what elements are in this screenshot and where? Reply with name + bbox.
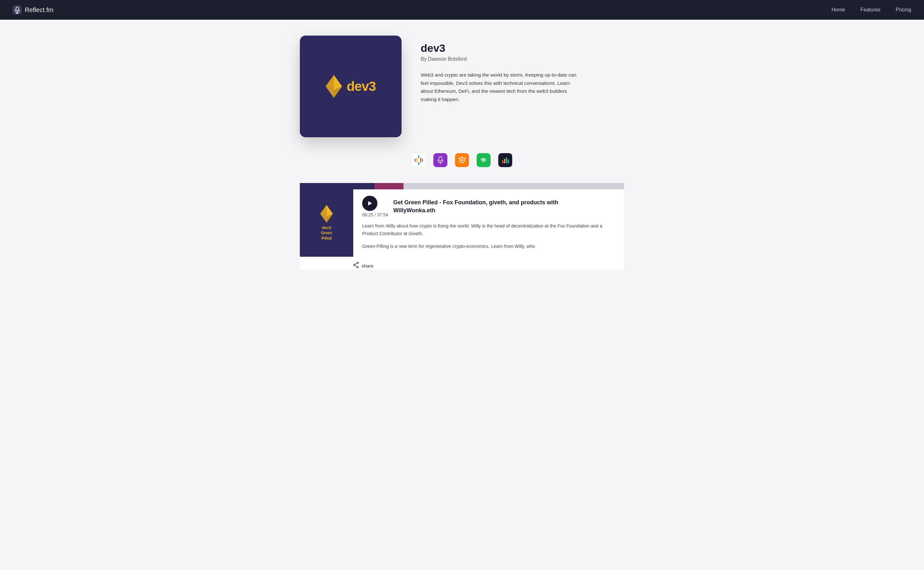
svg-point-15 xyxy=(439,157,442,161)
share-label[interactable]: share xyxy=(362,263,374,268)
podcast-info: dev3 By Dawson Botsford Web3 and crypto … xyxy=(421,35,580,103)
main-content: dev3 dev3 By Dawson Botsford Web3 and cr… xyxy=(287,20,637,270)
svg-point-18 xyxy=(461,159,463,161)
episode-brand: dev3 xyxy=(322,225,331,230)
nav-item-pricing[interactable]: Pricing xyxy=(896,7,911,13)
episode-content: 06:25 / 37:54 Get Green Pilled - Fox Fou… xyxy=(353,189,624,257)
progress-dark xyxy=(300,183,375,189)
episode-desc-1: Learn from Willy about how crypto is fix… xyxy=(362,222,615,238)
platform-icons xyxy=(300,153,624,167)
share-icon xyxy=(353,262,359,270)
svg-rect-13 xyxy=(416,158,417,163)
episode-subtitle: Green Pilled xyxy=(321,231,332,241)
episode-player-controls: 06:25 / 37:54 xyxy=(362,196,388,217)
svg-line-34 xyxy=(355,263,357,265)
svg-line-21 xyxy=(459,158,460,159)
nav-item-home[interactable]: Home xyxy=(832,7,845,13)
svg-point-33 xyxy=(354,264,355,266)
logo[interactable]: Reflect.fm xyxy=(13,5,54,14)
progress-pink xyxy=(375,183,404,189)
episode-title: Get Green Pilled - Fox Foundation, givet… xyxy=(393,199,571,215)
google-podcasts-icon[interactable] xyxy=(412,153,426,167)
logo-icon xyxy=(13,5,21,14)
episode-progress-bar[interactable] xyxy=(300,183,624,189)
svg-line-20 xyxy=(464,158,465,159)
podcast-title: dev3 xyxy=(421,42,580,54)
svg-point-31 xyxy=(357,262,359,264)
play-button[interactable] xyxy=(362,196,378,211)
svg-rect-11 xyxy=(414,159,416,162)
svg-rect-14 xyxy=(421,158,421,163)
episode-thumbnail: dev3 Green Pilled xyxy=(300,189,353,257)
svg-rect-10 xyxy=(418,162,419,165)
episode-desc-2: Green-Pilling is a new term for regenera… xyxy=(362,243,615,250)
nav-links: Home Features Pricing xyxy=(832,7,911,13)
nav-item-features[interactable]: Features xyxy=(860,7,880,13)
ethereum-icon xyxy=(325,75,342,98)
podcast-hero: dev3 dev3 By Dawson Botsford Web3 and cr… xyxy=(300,35,624,137)
progress-empty xyxy=(404,183,624,189)
apple-podcasts-icon[interactable] xyxy=(433,153,447,167)
episode-card: dev3 Green Pilled 06:25 / 37:54 G xyxy=(300,183,624,270)
spotify-icon[interactable] xyxy=(477,153,491,167)
svg-rect-22 xyxy=(502,161,503,163)
episode-thumb-label: dev3 Green Pilled xyxy=(321,225,332,242)
svg-rect-25 xyxy=(508,159,509,163)
episode-time: 06:25 / 37:54 xyxy=(362,212,388,217)
svg-rect-23 xyxy=(504,159,505,163)
svg-rect-24 xyxy=(506,158,507,163)
chartable-icon[interactable] xyxy=(498,153,512,167)
svg-marker-30 xyxy=(368,201,372,205)
overcast-icon[interactable] xyxy=(455,153,469,167)
podcast-description: Web3 and crypto are taking the world by … xyxy=(421,71,580,103)
svg-rect-9 xyxy=(418,155,419,158)
share-row: share xyxy=(300,257,624,270)
logo-text: Reflect.fm xyxy=(25,6,54,14)
svg-rect-12 xyxy=(422,159,423,162)
podcast-cover: dev3 xyxy=(300,35,402,137)
episode-body: dev3 Green Pilled 06:25 / 37:54 G xyxy=(300,189,624,257)
episode-player-row: 06:25 / 37:54 Get Green Pilled - Fox Fou… xyxy=(362,196,615,217)
podcast-author: By Dawson Botsford xyxy=(421,56,580,62)
svg-line-35 xyxy=(355,265,357,267)
episode-eth-icon xyxy=(320,205,333,223)
podcast-cover-name: dev3 xyxy=(347,79,376,94)
svg-point-32 xyxy=(357,266,359,268)
navbar: Reflect.fm Home Features Pricing xyxy=(0,0,924,20)
